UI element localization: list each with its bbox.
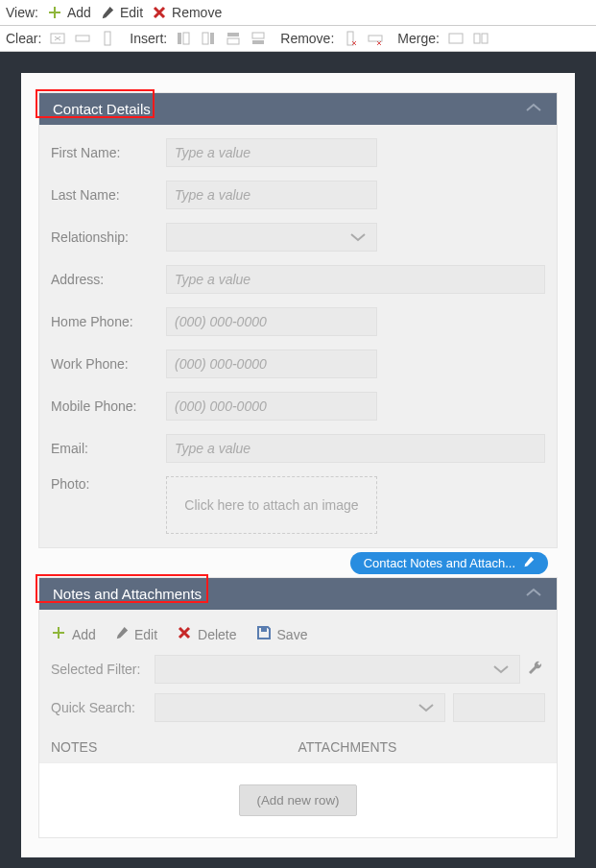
- remove-label: Remove: [172, 5, 222, 20]
- svg-rect-12: [369, 36, 382, 41]
- insert-col-right-icon[interactable]: [200, 30, 217, 47]
- grid-header: NOTES ATTACHMENTS: [51, 732, 545, 762]
- contact-details-body: First Name: Last Name: Relationship: Add…: [39, 125, 557, 547]
- remove-table-label: Remove:: [280, 31, 334, 46]
- mobile-phone-input[interactable]: [166, 392, 377, 421]
- insert-row-above-icon[interactable]: [225, 30, 242, 47]
- edit-label: Edit: [120, 5, 143, 20]
- view-label: View:: [6, 5, 38, 20]
- notes-panel-wrap: Contact Notes and Attach... Notes and At…: [38, 577, 558, 838]
- email-label: Email:: [51, 441, 166, 456]
- svg-rect-13: [449, 34, 463, 43]
- contact-details-header[interactable]: Contact Details: [39, 93, 557, 125]
- selected-filter-select[interactable]: [155, 655, 520, 684]
- notes-add-button[interactable]: Add: [51, 625, 96, 643]
- first-name-input[interactable]: [166, 138, 377, 167]
- notes-header[interactable]: Notes and Attachments: [39, 578, 557, 610]
- svg-rect-6: [203, 33, 208, 44]
- svg-rect-2: [105, 32, 110, 45]
- relationship-select[interactable]: [166, 223, 377, 252]
- designer-tag-bubble[interactable]: Contact Notes and Attach...: [350, 552, 548, 574]
- clear-row-icon[interactable]: [74, 30, 91, 47]
- remove-row-icon[interactable]: [367, 30, 384, 47]
- address-label: Address:: [51, 272, 166, 287]
- clear-label: Clear:: [6, 31, 41, 46]
- photo-placeholder: Click here to attach an image: [184, 497, 358, 513]
- address-input[interactable]: [166, 265, 545, 294]
- chevron-up-icon[interactable]: [524, 101, 543, 117]
- grid-body: (Add new row): [39, 762, 557, 837]
- notes-add-label: Add: [72, 627, 96, 642]
- svg-rect-7: [227, 33, 239, 36]
- pencil-icon: [99, 4, 116, 21]
- selected-filter-label: Selected Filter:: [51, 662, 147, 677]
- merge-icon[interactable]: [447, 30, 465, 47]
- svg-rect-15: [482, 34, 488, 43]
- insert-label: Insert:: [130, 31, 167, 46]
- x-icon: [177, 625, 192, 643]
- notes-title: Notes and Attachments: [53, 586, 202, 602]
- mobile-phone-label: Mobile Phone:: [51, 398, 166, 414]
- notes-delete-label: Delete: [198, 627, 236, 642]
- quick-search-select[interactable]: [155, 693, 445, 722]
- x-icon: [151, 4, 168, 21]
- svg-rect-3: [178, 33, 181, 44]
- design-canvas: Contact Details First Name: Last Name: R…: [21, 73, 575, 857]
- bubble-text: Contact Notes and Attach...: [364, 556, 515, 570]
- notes-column-header[interactable]: NOTES: [51, 739, 298, 755]
- home-phone-label: Home Phone:: [51, 314, 166, 329]
- plus-icon: [51, 625, 66, 643]
- relationship-label: Relationship:: [51, 229, 166, 245]
- plus-icon: [46, 4, 63, 21]
- insert-row-below-icon[interactable]: [250, 30, 267, 47]
- merge-label: Merge:: [397, 31, 440, 46]
- design-canvas-outer: Contact Details First Name: Last Name: R…: [0, 52, 596, 868]
- toolbar-table: Clear: Insert: Remove: Merge:: [0, 26, 596, 52]
- quick-search-input[interactable]: [453, 693, 545, 722]
- first-name-label: First Name:: [51, 145, 166, 160]
- work-phone-input[interactable]: [166, 350, 377, 378]
- clear-col-icon[interactable]: [99, 30, 116, 47]
- notes-edit-label: Edit: [134, 627, 157, 642]
- photo-label: Photo:: [51, 476, 166, 492]
- notes-toolbar: Add Edit Delete Save: [51, 619, 545, 655]
- svg-rect-4: [183, 33, 189, 44]
- notes-delete-button[interactable]: Delete: [177, 625, 236, 643]
- remove-button[interactable]: Remove: [151, 4, 222, 21]
- svg-rect-16: [261, 627, 267, 632]
- pencil-icon: [115, 626, 129, 642]
- notes-save-button[interactable]: Save: [256, 625, 308, 643]
- last-name-input[interactable]: [166, 181, 377, 209]
- notes-edit-button[interactable]: Edit: [115, 625, 157, 643]
- home-phone-input[interactable]: [166, 307, 377, 336]
- last-name-label: Last Name:: [51, 187, 166, 203]
- svg-rect-14: [474, 34, 480, 43]
- clear-cell-icon[interactable]: [49, 30, 66, 47]
- wrench-icon[interactable]: [528, 660, 545, 680]
- contact-details-title: Contact Details: [53, 101, 151, 117]
- attachments-column-header[interactable]: ATTACHMENTS: [298, 739, 546, 755]
- svg-rect-5: [210, 33, 214, 44]
- svg-rect-9: [252, 40, 264, 44]
- remove-col-icon[interactable]: [342, 30, 359, 47]
- notes-panel: Notes and Attachments Add Ed: [38, 577, 558, 838]
- chevron-up-icon[interactable]: [524, 586, 543, 602]
- svg-rect-10: [252, 33, 264, 38]
- svg-rect-1: [76, 36, 89, 41]
- add-label: Add: [67, 5, 91, 20]
- edit-button[interactable]: Edit: [99, 4, 143, 21]
- notes-save-label: Save: [277, 627, 308, 642]
- unmerge-icon[interactable]: [472, 30, 489, 47]
- pencil-icon: [523, 556, 535, 570]
- add-new-row-button[interactable]: (Add new row): [239, 784, 358, 816]
- add-button[interactable]: Add: [46, 4, 91, 21]
- toolbar-view: View: Add Edit Remove: [0, 0, 596, 26]
- save-icon: [256, 625, 272, 643]
- quick-search-label: Quick Search:: [51, 700, 147, 715]
- notes-body: Add Edit Delete Save: [39, 610, 557, 837]
- insert-col-left-icon[interactable]: [175, 30, 192, 47]
- contact-details-panel: Contact Details First Name: Last Name: R…: [38, 92, 558, 548]
- email-input[interactable]: [166, 434, 545, 463]
- photo-dropzone[interactable]: Click here to attach an image: [166, 476, 377, 534]
- work-phone-label: Work Phone:: [51, 356, 166, 372]
